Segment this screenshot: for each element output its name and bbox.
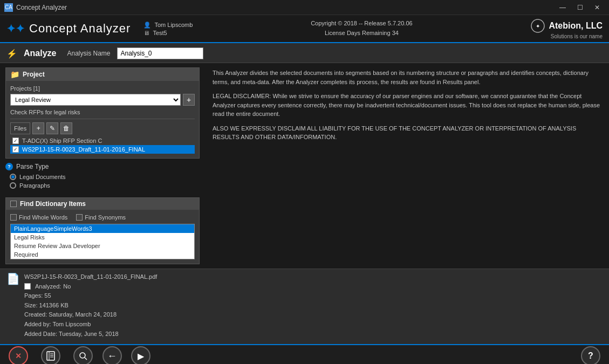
help-toolbar-circle: ? <box>581 346 600 364</box>
right-panel: This Analyzer divides the selected docum… <box>205 63 609 269</box>
find-dict-body: Find Whole Words Find Synonyms PlainLang… <box>6 210 199 264</box>
analyze-toolbar-button[interactable]: ▶ Analyze <box>131 346 150 364</box>
previous-toolbar-circle: ← <box>102 346 122 364</box>
help-toolbar-button[interactable]: ? Help <box>581 346 600 364</box>
divider <box>10 119 195 119</box>
analyzed-label: Analyzed: <box>35 282 61 292</box>
analysis-name-input[interactable] <box>117 47 203 59</box>
logo-icon: ✦✦ <box>6 22 25 35</box>
analyze-title: Analyze <box>24 49 56 58</box>
analyze-icon: ⚡ <box>6 49 17 59</box>
find-whole-words-option[interactable]: Find Whole Words <box>10 214 67 221</box>
find-synonyms-label: Find Synonyms <box>85 214 126 221</box>
svg-point-7 <box>80 353 85 358</box>
middle-area: ? Parse Type Legal Documents Paragraphs <box>5 163 200 193</box>
center-info: Copyright © 2018 -- Release 5.7.20.06 Li… <box>193 19 530 38</box>
minimize-button[interactable]: — <box>555 2 570 13</box>
logo-area: ✦✦ Concept Analyzer <box>6 22 131 36</box>
user-row-sub: 🖥 Test5 <box>143 30 193 36</box>
file-filename: WS2P1J-15-R-0023_Draft_11-01-2016_FINAL.… <box>24 272 157 282</box>
dict-item-1-label: PlainLanguageSimpleWords3 <box>14 225 92 232</box>
svg-line-8 <box>85 358 87 360</box>
dict-list: PlainLanguageSimpleWords3 Legal Risks Re… <box>10 224 195 259</box>
window-icon: CA <box>4 3 13 12</box>
dictionaries-toolbar-button[interactable]: Dictionaries <box>37 346 65 364</box>
file-item-2[interactable]: ✓ WS2P1J-15-R-0023_Draft_11-01-2016_FINA… <box>10 145 195 154</box>
header-bar: ✦✦ Concept Analyzer 👤 Tom Lipscomb 🖥 Tes… <box>0 15 609 43</box>
toolbar-btns-left: ✕ Close Dictionaries <box>9 346 150 364</box>
find-dict-main-checkbox[interactable] <box>10 201 17 207</box>
file-added-by: Added by: Tom Lipscomb <box>24 320 157 329</box>
maximize-button[interactable]: ☐ <box>572 2 587 13</box>
files-label: Files <box>10 122 30 134</box>
brand-name: Atebion, LLC <box>549 21 603 31</box>
file-item-1[interactable]: ✓ T-ADC(X) Ship RFP Section C <box>10 136 195 145</box>
find-synonyms-checkbox[interactable] <box>76 214 83 221</box>
dictionaries-toolbar-circle <box>41 346 60 364</box>
question-icon: ? <box>5 163 13 170</box>
file-checkbox-1[interactable]: ✓ <box>12 138 19 144</box>
parse-type-section: ? Parse Type Legal Documents Paragraphs <box>5 163 194 189</box>
find-options-row: Find Whole Words Find Synonyms <box>10 214 195 221</box>
description-para-1: This Analyzer divides the selected docum… <box>213 68 601 86</box>
radio-legal-docs-dot[interactable] <box>10 174 16 180</box>
license-text: License Days Remaining 34 <box>193 29 530 38</box>
results-toolbar-circle <box>73 346 93 364</box>
project-description: Check RFPs for legal risks <box>10 109 195 115</box>
user-sub: Test5 <box>153 30 167 36</box>
project-select[interactable]: Legal Review <box>10 94 181 106</box>
user-person-icon: 👤 <box>143 22 151 29</box>
radio-paragraphs-label: Paragraphs <box>19 182 50 189</box>
folder-icon: 📁 <box>10 70 19 79</box>
analyze-toolbar-circle: ▶ <box>131 346 150 364</box>
user-info: 👤 Tom Lipscomb 🖥 Test5 <box>143 22 193 36</box>
file-checkbox-2[interactable]: ✓ <box>12 146 19 153</box>
project-add-button[interactable]: + <box>183 94 195 106</box>
previous-toolbar-button[interactable]: ← Previous <box>101 346 122 364</box>
parse-type-col: ? Parse Type Legal Documents Paragraphs <box>5 163 194 193</box>
user-row-name: 👤 Tom Lipscomb <box>143 22 193 29</box>
parse-type-right <box>199 163 200 193</box>
parse-header: ? Parse Type <box>5 163 194 170</box>
brand-row: ✦ Atebion, LLC <box>530 18 603 33</box>
user-name: Tom Lipscomb <box>154 22 193 28</box>
close-toolbar-button[interactable]: ✕ Close <box>9 346 28 364</box>
analyzed-checkbox <box>24 283 31 290</box>
project-section-body: Projects [1] Legal Review + Check RFPs f… <box>6 81 199 158</box>
file-name-1: T-ADC(X) Ship RFP Section C <box>22 138 102 144</box>
dict-item-2[interactable]: Legal Risks <box>11 233 194 242</box>
dict-item-1[interactable]: PlainLanguageSimpleWords3 <box>11 224 194 233</box>
analyzed-value: No <box>63 282 71 292</box>
pdf-icon: 📄 <box>6 272 20 285</box>
close-window-button[interactable]: ✕ <box>590 2 605 13</box>
description-para-2: LEGAL DISCLAIMER: While we strive to ens… <box>213 92 601 119</box>
left-panel: 📁 Project Projects [1] Legal Review + Ch… <box>0 63 205 269</box>
file-size: Size: 141366 KB <box>24 301 157 311</box>
file-info-text: WS2P1J-15-R-0023_Draft_11-01-2016_FINAL.… <box>24 272 157 339</box>
dict-item-4[interactable]: Required <box>11 250 194 259</box>
edit-file-button[interactable]: ✎ <box>46 122 58 134</box>
radio-legal-docs-label: Legal Documents <box>19 174 66 180</box>
results-toolbar-button[interactable]: Results <box>73 346 93 364</box>
radio-legal-docs[interactable]: Legal Documents <box>5 174 194 180</box>
monitor-icon: 🖥 <box>143 30 149 36</box>
brand-logo-icon: ✦ <box>530 18 545 33</box>
find-whole-words-checkbox[interactable] <box>10 214 17 221</box>
file-pages: Pages: 55 <box>24 291 157 301</box>
radio-paragraphs-dot[interactable] <box>10 182 16 189</box>
copyright-text: Copyright © 2018 -- Release 5.7.20.06 <box>193 19 530 29</box>
radio-paragraphs[interactable]: Paragraphs <box>5 182 194 189</box>
dict-item-3[interactable]: Resume Review Java Developer <box>11 242 194 250</box>
project-section-title: Project <box>23 71 45 78</box>
two-col-layout: 📁 Project Projects [1] Legal Review + Ch… <box>0 63 609 269</box>
add-file-button[interactable]: + <box>32 122 44 134</box>
find-whole-words-label: Find Whole Words <box>19 214 67 221</box>
dict-item-3-label: Resume Review Java Developer <box>14 243 100 249</box>
find-dictionary-section: Find Dictionary Items Find Whole Words F… <box>5 197 200 264</box>
find-synonyms-option[interactable]: Find Synonyms <box>76 214 126 221</box>
delete-file-button[interactable]: 🗑 <box>60 122 72 134</box>
app-title: Concept Analyzer <box>29 22 131 36</box>
brand-sub: Solutions is our name <box>551 33 603 39</box>
file-info-item: 📄 WS2P1J-15-R-0023_Draft_11-01-2016_FINA… <box>6 272 603 339</box>
project-section-header: 📁 Project <box>6 68 199 81</box>
